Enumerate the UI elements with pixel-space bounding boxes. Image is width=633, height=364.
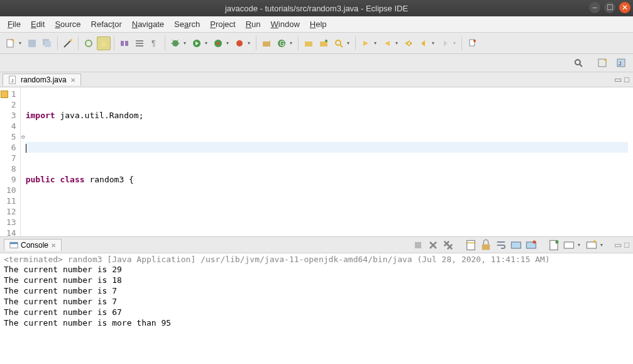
pin-editor-button[interactable] bbox=[465, 36, 479, 50]
svg-rect-38 bbox=[512, 242, 521, 248]
remove-all-button[interactable] bbox=[442, 239, 454, 251]
forward-dropdown[interactable]: ▾ bbox=[453, 40, 458, 46]
line-number: 11 bbox=[6, 196, 16, 206]
open-task-button[interactable] bbox=[302, 36, 316, 50]
open-console-button[interactable] bbox=[548, 239, 560, 251]
clear-console-button[interactable] bbox=[465, 239, 477, 251]
console-tab[interactable]: Console ✕ bbox=[4, 239, 62, 251]
next-annotation-button[interactable] bbox=[359, 36, 373, 50]
console-minimize-icon[interactable]: ▭ bbox=[614, 240, 622, 250]
console-line: The current number is 29 bbox=[4, 264, 629, 275]
minimize-button[interactable]: – bbox=[589, 2, 600, 13]
save-button[interactable] bbox=[25, 36, 39, 50]
console-output[interactable]: <terminated> random3 [Java Application] … bbox=[0, 253, 633, 364]
java-perspective-button[interactable]: J bbox=[614, 56, 628, 70]
console-line: The current number is 18 bbox=[4, 275, 629, 285]
editor-tab[interactable]: J random3.java ✕ bbox=[3, 74, 81, 85]
prev-annotation-dropdown[interactable]: ▾ bbox=[395, 40, 400, 46]
line-number: 12 bbox=[6, 206, 16, 217]
prev-annotation-button[interactable] bbox=[380, 36, 394, 50]
console-tab-close-icon[interactable]: ✕ bbox=[51, 242, 56, 249]
open-type-button[interactable] bbox=[317, 36, 331, 50]
separator bbox=[461, 36, 462, 50]
group-button[interactable] bbox=[118, 36, 131, 50]
svg-point-16 bbox=[236, 40, 243, 47]
editor-tab-bar: J random3.java ✕ ▭ □ bbox=[0, 72, 633, 87]
code-area[interactable]: import java.util.Random; public class ra… bbox=[21, 87, 633, 236]
terminate-button[interactable] bbox=[412, 239, 424, 251]
editor-tab-label: random3.java bbox=[21, 75, 67, 84]
maximize-button[interactable]: ☐ bbox=[604, 2, 615, 13]
coverage-button[interactable] bbox=[211, 36, 225, 50]
line-gutter: 1 2 3 4 5 6 7 8 9 10 11 12 13 14 bbox=[0, 87, 21, 236]
svg-rect-21 bbox=[320, 41, 328, 47]
skip-breakpoints-button[interactable] bbox=[82, 36, 96, 50]
svg-rect-8 bbox=[136, 40, 143, 41]
run-dropdown[interactable]: ▾ bbox=[205, 40, 210, 46]
remove-launch-button[interactable] bbox=[427, 239, 439, 251]
debug-dropdown[interactable]: ▾ bbox=[184, 40, 189, 46]
run-last-button[interactable] bbox=[233, 36, 246, 50]
line-number: 3 bbox=[6, 110, 16, 121]
new-console-dropdown[interactable]: ▾ bbox=[600, 242, 605, 248]
back-button[interactable] bbox=[417, 36, 431, 50]
pin-console-button[interactable] bbox=[525, 239, 537, 251]
display-view-button[interactable] bbox=[563, 239, 575, 251]
save-all-button[interactable] bbox=[40, 36, 54, 50]
display-view-dropdown[interactable]: ▾ bbox=[578, 242, 583, 248]
menu-help[interactable]: Help bbox=[306, 18, 331, 30]
menu-search[interactable]: Search bbox=[170, 18, 204, 30]
last-edit-button[interactable] bbox=[402, 36, 416, 50]
paragraph-button[interactable]: ¶ bbox=[148, 36, 162, 50]
main-toolbar: ▾ ¶ ▾ ▾ ▾ ▾ G ▾ ▾ ▾ ▾ ▾ ▾ bbox=[0, 33, 633, 54]
run-last-dropdown[interactable]: ▾ bbox=[248, 40, 253, 46]
line-number: 2 bbox=[6, 99, 16, 110]
type-button[interactable]: G bbox=[275, 36, 289, 50]
wand-button[interactable] bbox=[61, 36, 75, 50]
menu-run[interactable]: Run bbox=[242, 18, 265, 30]
separator bbox=[165, 36, 165, 50]
next-annotation-dropdown[interactable]: ▾ bbox=[374, 40, 379, 46]
perspective-open-button[interactable] bbox=[595, 56, 609, 70]
word-wrap-button[interactable] bbox=[495, 239, 507, 251]
new-dropdown[interactable]: ▾ bbox=[19, 40, 24, 46]
menu-navigate[interactable]: Navigate bbox=[128, 18, 168, 30]
show-console-button[interactable] bbox=[510, 239, 522, 251]
code-editor[interactable]: 1 2 3 4 5 6 7 8 9 10 11 12 13 14 import … bbox=[0, 87, 633, 237]
back-dropdown[interactable]: ▾ bbox=[432, 40, 437, 46]
search-button[interactable] bbox=[332, 36, 346, 50]
svg-point-40 bbox=[533, 240, 536, 243]
console-line: The current number is 7 bbox=[4, 296, 629, 307]
console-maximize-icon[interactable]: □ bbox=[624, 240, 629, 250]
svg-rect-6 bbox=[121, 41, 124, 46]
menu-project[interactable]: Project bbox=[206, 18, 239, 30]
line-number: 4 bbox=[6, 121, 16, 131]
run-button[interactable] bbox=[190, 36, 204, 50]
coverage-dropdown[interactable]: ▾ bbox=[226, 40, 231, 46]
list-button[interactable] bbox=[133, 36, 146, 50]
debug-button[interactable] bbox=[168, 36, 182, 50]
separator bbox=[57, 36, 58, 50]
minimize-view-icon[interactable]: ▭ bbox=[614, 75, 622, 84]
scroll-lock-button[interactable] bbox=[480, 239, 492, 251]
menu-source[interactable]: Source bbox=[51, 18, 84, 30]
quick-search-icon[interactable] bbox=[571, 56, 585, 70]
svg-rect-34 bbox=[10, 243, 18, 245]
new-button[interactable] bbox=[4, 36, 18, 50]
line-number: 5 bbox=[6, 131, 16, 142]
close-button[interactable]: ✕ bbox=[619, 2, 630, 13]
maximize-view-icon[interactable]: □ bbox=[624, 75, 629, 84]
highlight-button[interactable] bbox=[97, 36, 111, 50]
console-terminated-label: <terminated> bbox=[4, 255, 63, 264]
type-dropdown[interactable]: ▾ bbox=[290, 40, 295, 46]
forward-button[interactable] bbox=[438, 36, 452, 50]
svg-rect-7 bbox=[125, 41, 128, 46]
new-console-button[interactable] bbox=[585, 239, 598, 251]
menu-edit[interactable]: Edit bbox=[27, 18, 48, 30]
search-dropdown[interactable]: ▾ bbox=[347, 40, 352, 46]
menu-window[interactable]: Window bbox=[267, 18, 304, 30]
menu-refactor[interactable]: Refactor bbox=[87, 18, 126, 30]
editor-tab-close-icon[interactable]: ✕ bbox=[70, 77, 75, 84]
new-package-button[interactable] bbox=[260, 36, 273, 50]
menu-file[interactable]: File bbox=[4, 18, 25, 30]
